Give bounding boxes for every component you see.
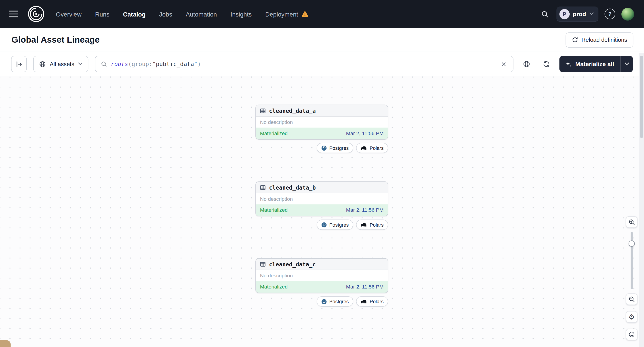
zoom-slider-thumb[interactable]: [628, 241, 635, 247]
zoom-in-button[interactable]: [626, 216, 637, 228]
query-paren-close: ): [197, 61, 201, 67]
asset-node[interactable]: cleaned_data_a No description Materializ…: [256, 105, 388, 140]
materialized-badge: Materialized: [260, 130, 288, 136]
tag-label: Postgres: [329, 145, 348, 151]
tag-polars[interactable]: Polars: [356, 220, 388, 230]
scrollbar[interactable]: [639, 53, 644, 347]
chevron-down-icon: [78, 62, 82, 65]
refresh-icon: [542, 60, 550, 68]
asset-tag-row: Postgres Polars: [256, 296, 388, 307]
gear-icon: ⚙: [628, 313, 635, 320]
clear-query-button[interactable]: [500, 60, 508, 68]
polars-icon: [361, 146, 367, 150]
scrollbar-thumb[interactable]: [640, 56, 643, 138]
postgres-icon: [321, 222, 327, 228]
postgres-icon: [321, 299, 327, 304]
asset-name: cleaned_data_b: [269, 184, 316, 190]
dagster-logo-icon[interactable]: [27, 5, 45, 23]
asset-status-row: Materialized Mar 2, 11:56 PM: [256, 281, 388, 293]
lineage-canvas[interactable]: cleaned_data_a No description Materializ…: [0, 76, 644, 347]
asset-node-header: cleaned_data_b: [256, 182, 388, 193]
materialized-timestamp[interactable]: Mar 2, 11:56 PM: [346, 207, 384, 213]
tag-polars[interactable]: Polars: [356, 296, 388, 307]
deployment-badge: P: [559, 9, 570, 19]
table-icon: [260, 261, 266, 267]
asset-description: No description: [256, 193, 388, 205]
help-button[interactable]: ?: [605, 9, 616, 19]
page-title: Global Asset Lineage: [12, 35, 100, 45]
graph-scope-button[interactable]: [520, 57, 533, 71]
tag-label: Postgres: [329, 222, 348, 228]
top-nav: Overview Runs Catalog Jobs Automation In…: [0, 0, 644, 28]
tag-label: Polars: [370, 299, 384, 304]
nav-item-automation[interactable]: Automation: [186, 10, 217, 17]
materialize-all-label: Materialize all: [575, 61, 614, 67]
sparkle-icon: [565, 61, 572, 67]
open-panel-button[interactable]: [11, 56, 27, 72]
user-avatar[interactable]: [622, 7, 634, 20]
nav-item-deployment[interactable]: Deployment: [265, 10, 298, 17]
materialized-badge: Materialized: [260, 284, 288, 290]
polars-icon: [361, 222, 367, 227]
deployment-switcher[interactable]: P prod: [556, 6, 598, 21]
asset-selection-input[interactable]: roots(group:"public_data"): [95, 56, 513, 72]
expand-panel-icon: [16, 60, 22, 67]
materialize-split-button: Materialize all: [559, 56, 633, 72]
query-string: "public_data": [152, 61, 197, 67]
globe-icon: [523, 60, 530, 68]
feedback-button[interactable]: [626, 329, 637, 340]
zoom-out-icon: [628, 296, 635, 302]
app-window: Overview Runs Catalog Jobs Automation In…: [0, 0, 644, 347]
deployment-name: prod: [573, 11, 586, 17]
asset-node[interactable]: cleaned_data_c No description Materializ…: [256, 258, 388, 293]
asset-name: cleaned_data_a: [269, 107, 316, 114]
asset-tag-row: Postgres Polars: [256, 220, 388, 230]
tag-label: Polars: [370, 145, 384, 151]
smiley-face-icon: [628, 331, 635, 338]
zoom-slider[interactable]: [626, 232, 637, 289]
reload-icon: [572, 37, 578, 43]
chevron-down-icon: [590, 12, 594, 15]
reload-definitions-button[interactable]: Reload definitions: [565, 32, 633, 47]
tag-polars[interactable]: Polars: [356, 143, 388, 153]
hamburger-menu-icon[interactable]: [9, 9, 20, 19]
asset-scope-select[interactable]: All assets: [33, 56, 88, 72]
tag-label: Postgres: [329, 299, 348, 304]
main-nav: Overview Runs Catalog Jobs Automation In…: [56, 10, 308, 17]
chevron-down-icon: [624, 62, 629, 65]
materialize-options-button[interactable]: [620, 56, 633, 72]
nav-right-cluster: P prod ?: [539, 6, 634, 21]
materialize-all-button[interactable]: Materialize all: [559, 56, 620, 72]
nav-item-insights[interactable]: Insights: [230, 10, 252, 17]
zoom-out-button[interactable]: [626, 293, 637, 305]
asset-name: cleaned_data_c: [269, 261, 316, 267]
globe-icon: [39, 60, 46, 67]
asset-node-header: cleaned_data_a: [256, 105, 388, 117]
reload-definitions-label: Reload definitions: [582, 37, 627, 43]
tag-postgres[interactable]: Postgres: [316, 296, 353, 307]
asset-description: No description: [256, 117, 388, 128]
asset-status-row: Materialized Mar 2, 11:56 PM: [256, 204, 388, 216]
asset-scope-label: All assets: [50, 61, 74, 67]
nav-item-runs[interactable]: Runs: [95, 10, 110, 17]
tag-postgres[interactable]: Postgres: [316, 143, 353, 153]
nav-item-overview[interactable]: Overview: [56, 10, 82, 17]
polars-icon: [361, 299, 367, 304]
asset-node[interactable]: cleaned_data_b No description Materializ…: [256, 181, 388, 216]
warning-icon: [302, 11, 308, 17]
materialized-timestamp[interactable]: Mar 2, 11:56 PM: [346, 284, 384, 290]
asset-status-row: Materialized Mar 2, 11:56 PM: [256, 128, 388, 139]
refresh-button[interactable]: [540, 57, 553, 71]
graph-settings-button[interactable]: ⚙: [626, 311, 637, 323]
help-icon: ?: [608, 11, 612, 17]
materialized-timestamp[interactable]: Mar 2, 11:56 PM: [346, 130, 384, 136]
search-icon: [100, 61, 107, 67]
asset-selection-query: roots(group:"public_data"): [111, 61, 496, 67]
nav-item-jobs[interactable]: Jobs: [159, 10, 172, 17]
tag-postgres[interactable]: Postgres: [316, 220, 353, 230]
table-icon: [260, 184, 266, 190]
search-button[interactable]: [539, 8, 550, 20]
asset-tag-row: Postgres Polars: [256, 143, 388, 153]
nav-item-catalog[interactable]: Catalog: [123, 10, 146, 17]
minimap-corner: [0, 340, 11, 347]
